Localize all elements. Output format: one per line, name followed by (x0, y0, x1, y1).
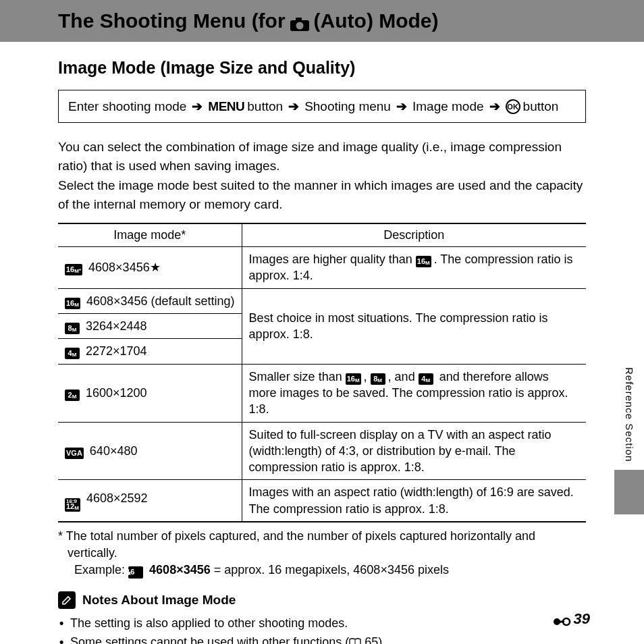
table-row: 16M 4608×3456 (default setting) Best cho… (58, 288, 586, 313)
page-number: 39 (552, 610, 590, 628)
mp-4-icon: 4M (419, 373, 433, 385)
mp-16-icon: 16M (65, 298, 80, 309)
intro-p2: Select the image mode best suited to the… (58, 176, 586, 213)
intro-p1: You can select the combination of image … (58, 138, 586, 175)
mp-4-icon: 4M (65, 348, 80, 359)
side-label: Reference Section (618, 365, 641, 470)
section-subtitle: Image Mode (Image Size and Quality) (58, 58, 586, 78)
mp-2-icon: 2M (65, 390, 80, 401)
list-item: The setting is also applied to other sho… (58, 614, 586, 632)
table-row: 16:912M 4608×2592 Images with an aspect … (58, 480, 586, 522)
arrow-icon: ➔ (192, 99, 203, 114)
book-icon (349, 634, 361, 643)
arrow-icon: ➔ (288, 99, 299, 114)
nav-step2: button (247, 99, 283, 114)
ok-icon: OK (506, 99, 520, 114)
footnote: * The total number of pixels captured, a… (58, 528, 586, 579)
table-row: VGA 640×480 Suited to full-screen displa… (58, 422, 586, 480)
table-head-desc: Description (242, 223, 586, 247)
page-title: The Shooting Menu (for (Auto) Mode) (58, 9, 644, 32)
mp-16-icon: 16M (128, 566, 143, 578)
list-item: Some settings cannot be used with other … (58, 633, 586, 644)
nav-step4: Image mode (412, 99, 484, 114)
breadcrumb: Enter shooting mode ➔ MENU button ➔ Shoo… (58, 90, 586, 123)
svg-rect-1 (296, 18, 302, 21)
side-tab: Reference Section (614, 365, 644, 514)
intro-text: You can select the combination of image … (58, 138, 586, 213)
svg-point-2 (296, 22, 303, 30)
side-tab-box (614, 470, 644, 514)
title-bar: The Shooting Menu (for (Auto) Mode) (0, 0, 644, 42)
menu-button-label: MENU (208, 99, 244, 114)
arrow-icon: ➔ (489, 99, 500, 114)
notes-title: Notes About Image Mode (82, 593, 236, 608)
pencil-icon (58, 591, 76, 609)
svg-rect-8 (559, 621, 564, 623)
mp-8-icon: 8M (371, 373, 385, 385)
table-cell-desc: Suited to full-screen display on a TV wi… (242, 422, 586, 480)
nav-step5: button (523, 99, 559, 114)
star-icon: ★ (150, 261, 161, 274)
mp-16-icon: 16M (346, 373, 361, 385)
mp-vga-icon: VGA (65, 448, 84, 459)
reference-link-icon (552, 614, 571, 624)
table-head-mode: Image mode* (58, 223, 242, 247)
arrow-icon: ➔ (396, 99, 407, 114)
mp-8-icon: 8M (65, 323, 80, 334)
title-post: (Auto) Mode) (314, 9, 439, 32)
notes-header: Notes About Image Mode (58, 591, 586, 609)
table-row: 2M 1600×1200 Smaller size than 16M, 8M, … (58, 364, 586, 422)
image-mode-table: Image mode* Description 16M* 4608×3456★ … (58, 223, 586, 522)
nav-step1: Enter shooting mode (68, 99, 186, 114)
camera-icon (290, 14, 310, 28)
mp-169-icon: 16:912M (65, 498, 80, 512)
title-pre: The Shooting Menu (for (58, 9, 286, 32)
table-cell-desc: Best choice in most situations. The comp… (242, 288, 586, 364)
table-cell-desc: Images with an aspect ratio (width:lengt… (242, 480, 586, 522)
nav-step3: Shooting menu (304, 99, 391, 114)
notes-list: The setting is also applied to other sho… (58, 614, 586, 644)
mp-16-star-icon: 16M* (65, 264, 82, 275)
mp-16-icon: 16M (416, 256, 431, 267)
table-row: 16M* 4608×3456★ Images are higher qualit… (58, 247, 586, 289)
